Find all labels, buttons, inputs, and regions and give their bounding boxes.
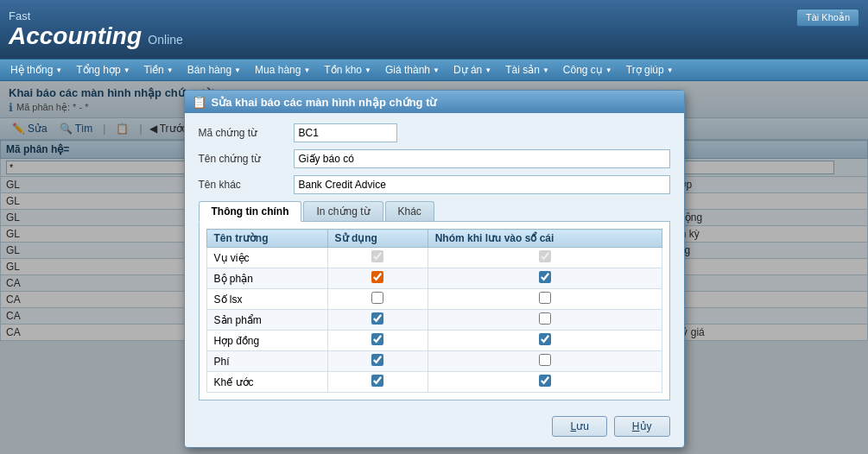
cb-so-lsx-sd[interactable] (371, 292, 383, 304)
cb-san-pham-sd[interactable] (371, 312, 383, 325)
cancel-button[interactable]: Hủy (614, 416, 670, 437)
row-san-pham: Sản phẩm (206, 310, 662, 331)
save-button[interactable]: Lưu (552, 416, 606, 437)
nav-he-thong[interactable]: Hệ thống ▼ (3, 62, 69, 78)
row-khe-uoc: Khế ước (206, 372, 662, 393)
row-vu-viec: Vụ việc (206, 248, 662, 268)
nav-gia-thanh[interactable]: Giá thành ▼ (378, 62, 447, 78)
input-ten-chung-tu[interactable] (294, 149, 670, 168)
label-bo-phan: Bộ phận (206, 268, 327, 289)
modal-body: Mã chứng từ Tên chứng từ Tên khác Thông … (185, 113, 684, 407)
label-hop-dong: Hợp đồng (206, 331, 327, 351)
nav-ton-kho[interactable]: Tồn kho ▼ (317, 62, 378, 78)
modal: 📋 Sửa khai báo các màn hình nhập chứng t… (184, 90, 685, 448)
input-ma-chung-tu[interactable] (294, 123, 397, 142)
row-phi: Phí (206, 351, 662, 372)
nav-du-an[interactable]: Dự án ▼ (447, 62, 498, 78)
chevron-down-icon: ▼ (364, 66, 371, 74)
field-ma-chung-tu: Mã chứng từ (199, 123, 670, 142)
navbar: Hệ thống ▼ Tổng hợp ▼ Tiền ▼ Bán hàng ▼ … (0, 59, 868, 81)
col-su-dung: Sử dụng (327, 230, 428, 248)
label-ten-chung-tu: Tên chứng từ (199, 153, 294, 165)
modal-tabs: Thông tin chính In chứng từ Khác (199, 201, 670, 222)
label-phi: Phí (206, 351, 327, 372)
cb-hop-dong-nhom[interactable] (539, 333, 551, 345)
field-ten-chung-tu: Tên chứng từ (199, 149, 670, 168)
modal-icon: 📋 (192, 95, 206, 109)
nav-mua-hang[interactable]: Mua hàng ▼ (248, 62, 317, 78)
chevron-down-icon: ▼ (55, 66, 62, 74)
cb-khe-uoc-sd[interactable] (371, 375, 383, 387)
cb-phi-sd[interactable] (371, 354, 383, 366)
check-table: Tên trường Sử dụng Nhóm khi lưu vào sổ c… (206, 229, 662, 393)
tab-khac[interactable]: Khác (385, 201, 434, 221)
label-ma-chung-tu: Mã chứng từ (199, 127, 294, 139)
nav-tien[interactable]: Tiền ▼ (137, 62, 181, 78)
nav-tai-san[interactable]: Tài sản ▼ (498, 62, 556, 78)
chevron-down-icon: ▼ (234, 66, 241, 74)
col-ten-truong: Tên trường (206, 230, 327, 248)
tab-content-thong-tin-chinh: Tên trường Sử dụng Nhóm khi lưu vào sổ c… (199, 222, 670, 400)
label-vu-viec: Vụ việc (206, 248, 327, 268)
nav-tong-hop[interactable]: Tổng hợp ▼ (69, 62, 136, 78)
cb-bo-phan-sd[interactable] (371, 271, 383, 283)
cb-so-lsx-nhom[interactable] (539, 292, 551, 304)
cb-bo-phan-nhom[interactable] (539, 271, 551, 283)
field-ten-khac: Tên khác (199, 175, 670, 194)
nav-tro-giup[interactable]: Trợ giúp ▼ (619, 62, 681, 78)
header: Fast Accounting Online Tài Khoản (0, 0, 868, 59)
logo-online: Online (148, 33, 182, 47)
cb-phi-nhom[interactable] (539, 354, 551, 366)
logo-accounting: Accounting (9, 22, 142, 49)
chevron-down-icon: ▼ (667, 66, 674, 74)
chevron-down-icon: ▼ (605, 66, 612, 74)
page-area: Khai báo các màn hình nhập chứng từ ℹ Mã… (0, 81, 868, 454)
chevron-down-icon: ▼ (167, 66, 174, 74)
row-bo-phan: Bộ phận (206, 268, 662, 289)
row-so-lsx: Số lsx (206, 289, 662, 310)
nav-cong-cu[interactable]: Công cụ ▼ (556, 62, 619, 78)
tab-thong-tin-chinh[interactable]: Thông tin chính (199, 201, 302, 222)
chevron-down-icon: ▼ (485, 66, 491, 74)
label-khe-uoc: Khế ước (206, 372, 327, 393)
chevron-down-icon: ▼ (124, 66, 130, 74)
cb-vu-viec-nhom (539, 250, 551, 262)
row-hop-dong: Hợp đồng (206, 331, 662, 351)
modal-footer: Lưu Hủy (185, 407, 684, 447)
label-so-lsx: Số lsx (206, 289, 327, 310)
chevron-down-icon: ▼ (433, 66, 440, 74)
col-nhom: Nhóm khi lưu vào sổ cái (428, 230, 662, 248)
tab-in-chung-tu[interactable]: In chứng từ (303, 201, 383, 221)
nav-ban-hang[interactable]: Bán hàng ▼ (181, 62, 248, 78)
logo: Fast Accounting Online (9, 9, 183, 50)
cb-vu-viec-sd (371, 250, 383, 262)
logo-fast: Fast (9, 9, 30, 22)
cb-san-pham-nhom[interactable] (539, 312, 551, 325)
modal-title: Sửa khai báo các màn hình nhập chứng từ (212, 96, 437, 109)
modal-titlebar: 📋 Sửa khai báo các màn hình nhập chứng t… (185, 91, 684, 113)
cb-hop-dong-sd[interactable] (371, 333, 383, 345)
label-ten-khac: Tên khác (199, 179, 294, 191)
modal-overlay: 📋 Sửa khai báo các màn hình nhập chứng t… (0, 81, 868, 454)
cb-khe-uoc-nhom[interactable] (539, 375, 551, 387)
chevron-down-icon: ▼ (303, 66, 310, 74)
chevron-down-icon: ▼ (542, 66, 549, 74)
account-button[interactable]: Tài Khoản (796, 9, 859, 27)
label-san-pham: Sản phẩm (206, 310, 327, 331)
input-ten-khac[interactable] (294, 175, 670, 194)
header-right: Tài Khoản (796, 9, 859, 27)
